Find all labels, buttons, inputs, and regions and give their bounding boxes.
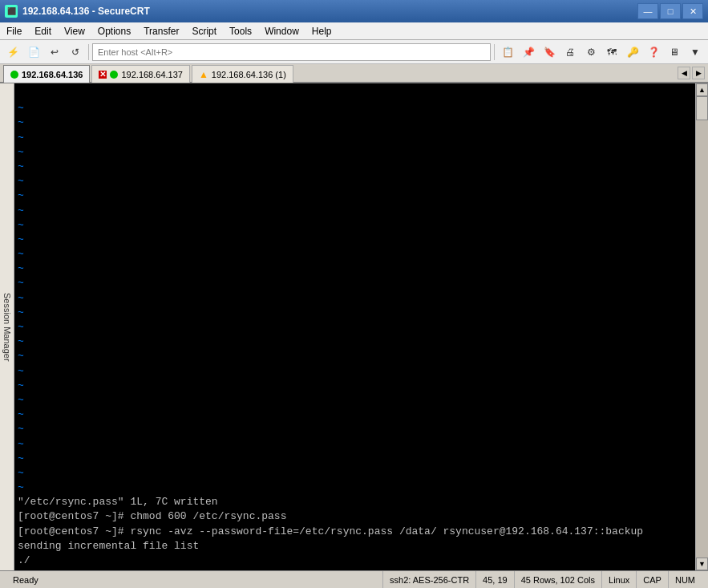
menu-script[interactable]: Script xyxy=(185,22,223,39)
scroll-thumb[interactable] xyxy=(696,96,708,120)
session-manager-label: Session Manager xyxy=(2,293,12,362)
main-layout: Session Manager ~ ~ ~ ~ ~ ~ ~ ~ ~ ~ ~ ~ … xyxy=(0,83,708,570)
menu-view[interactable]: View xyxy=(58,22,91,39)
window-title: 192.168.64.136 - SecureCRT xyxy=(22,6,150,17)
toolbar-settings[interactable]: ⚙ xyxy=(581,43,601,62)
menu-edit[interactable]: Edit xyxy=(28,22,58,39)
tab-indicator-green xyxy=(10,71,18,79)
toolbar-paste[interactable]: 📌 xyxy=(519,43,538,62)
status-bar: Ready ssh2: AES-256-CTR 45, 19 45 Rows, … xyxy=(0,570,708,588)
menu-file[interactable]: File xyxy=(0,22,28,39)
status-os-text: Linux xyxy=(609,575,629,585)
session-manager-sidebar[interactable]: Session Manager xyxy=(0,83,14,570)
toolbar-separator-2 xyxy=(494,44,495,60)
tab-nav-left[interactable]: ◀ xyxy=(678,67,690,79)
maximize-button[interactable]: □ xyxy=(660,3,681,19)
toolbar-copy[interactable]: 📋 xyxy=(498,43,517,62)
toolbar-separator-1 xyxy=(88,44,89,60)
toolbar-new-session[interactable]: ⚡ xyxy=(3,43,22,62)
tab-navigation: ◀ ▶ xyxy=(678,67,705,79)
status-num-text: NUM xyxy=(675,575,695,585)
terminal-content: ~ ~ ~ ~ ~ ~ ~ ~ ~ ~ ~ ~ ~ ~ ~ ~ ~ ~ ~ ~ … xyxy=(18,87,692,570)
scroll-down-button[interactable]: ▼ xyxy=(696,558,708,570)
close-button[interactable]: ✕ xyxy=(682,3,703,19)
status-position: 45, 19 xyxy=(476,571,515,588)
toolbar-help[interactable]: ❓ xyxy=(644,43,663,62)
toolbar: ⚡ 📄 ↩ ↺ 📋 📌 🔖 🖨 ⚙ 🗺 🔑 ❓ 🖥 ▼ xyxy=(0,40,708,64)
status-ready: Ready xyxy=(6,571,383,588)
tab-close-icon: ✕ xyxy=(99,71,107,79)
window-controls: — □ ✕ xyxy=(637,3,703,19)
tabs-bar: 192.168.64.136 ✕ 192.168.64.137 ▲ 192.16… xyxy=(0,64,708,83)
title-bar: ⬛ 192.168.64.136 - SecureCRT — □ ✕ xyxy=(0,0,708,22)
status-position-text: 45, 19 xyxy=(483,575,508,585)
menu-window[interactable]: Window xyxy=(258,22,305,39)
toolbar-key[interactable]: 🔑 xyxy=(623,43,642,62)
scroll-track[interactable] xyxy=(696,96,708,558)
toolbar-duplicate[interactable]: 📄 xyxy=(24,43,43,62)
terminal-area[interactable]: ~ ~ ~ ~ ~ ~ ~ ~ ~ ~ ~ ~ ~ ~ ~ ~ ~ ~ ~ ~ … xyxy=(14,83,695,570)
menu-help[interactable]: Help xyxy=(305,22,338,39)
status-dimensions: 45 Rows, 102 Cols xyxy=(515,571,602,588)
app-icon: ⬛ xyxy=(5,5,18,18)
status-num: NUM xyxy=(669,571,702,588)
tab-label-3: 192.168.64.136 (1) xyxy=(212,70,286,79)
status-cap: CAP xyxy=(637,571,669,588)
tab-warning-icon: ▲ xyxy=(199,69,208,80)
tab-label-1: 192.168.64.136 xyxy=(22,70,83,79)
toolbar-bookmark[interactable]: 🔖 xyxy=(540,43,559,62)
scroll-up-button[interactable]: ▲ xyxy=(696,83,708,96)
minimize-button[interactable]: — xyxy=(637,3,658,19)
toolbar-back[interactable]: ↩ xyxy=(45,43,64,62)
tab-indicator-green-2 xyxy=(110,71,118,79)
tab-nav-right[interactable]: ▶ xyxy=(692,67,705,79)
status-dimensions-text: 45 Rows, 102 Cols xyxy=(521,575,595,585)
toolbar-map[interactable]: 🗺 xyxy=(602,43,621,62)
tab-192-168-64-137[interactable]: ✕ 192.168.64.137 xyxy=(91,65,189,83)
status-encryption-text: ssh2: AES-256-CTR xyxy=(390,575,469,585)
toolbar-forward[interactable]: ↺ xyxy=(66,43,85,62)
host-input[interactable] xyxy=(92,43,491,61)
tab-192-168-64-136-1[interactable]: ▲ 192.168.64.136 (1) xyxy=(192,65,293,83)
status-cap-text: CAP xyxy=(643,575,661,585)
menu-transfer[interactable]: Transfer xyxy=(137,22,185,39)
menu-options[interactable]: Options xyxy=(91,22,137,39)
tab-192-168-64-136[interactable]: 192.168.64.136 xyxy=(3,65,90,83)
toolbar-dropdown[interactable]: ▼ xyxy=(686,43,705,62)
status-encryption: ssh2: AES-256-CTR xyxy=(383,571,476,588)
toolbar-sftp[interactable]: 🖥 xyxy=(665,43,684,62)
status-ready-text: Ready xyxy=(13,575,38,585)
vertical-scrollbar[interactable]: ▲ ▼ xyxy=(695,83,708,570)
toolbar-print[interactable]: 🖨 xyxy=(560,43,580,62)
menu-bar: File Edit View Options Transfer Script T… xyxy=(0,22,708,40)
status-os: Linux xyxy=(602,571,637,588)
menu-tools[interactable]: Tools xyxy=(223,22,258,39)
tab-label-2: 192.168.64.137 xyxy=(121,70,182,79)
